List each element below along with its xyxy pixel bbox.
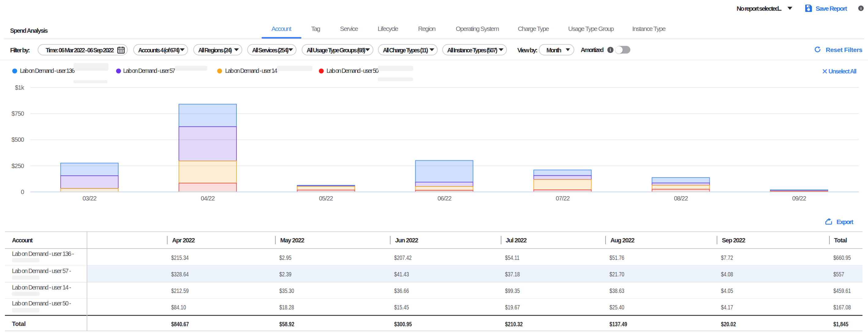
svg-text:03/22: 03/22	[83, 195, 96, 202]
svg-text:05/22: 05/22	[319, 195, 333, 202]
svg-text:08/22: 08/22	[674, 195, 688, 202]
svg-text:09/22: 09/22	[792, 195, 806, 202]
svg-text:$500: $500	[12, 136, 24, 143]
svg-text:$250: $250	[12, 163, 24, 169]
svg-text:$750: $750	[12, 110, 24, 117]
svg-text:$1k: $1k	[15, 84, 25, 91]
svg-text:06/22: 06/22	[437, 195, 452, 202]
svg-text:04/22: 04/22	[200, 195, 215, 202]
svg-text:07/22: 07/22	[556, 195, 570, 202]
svg-text:0: 0	[21, 189, 24, 195]
